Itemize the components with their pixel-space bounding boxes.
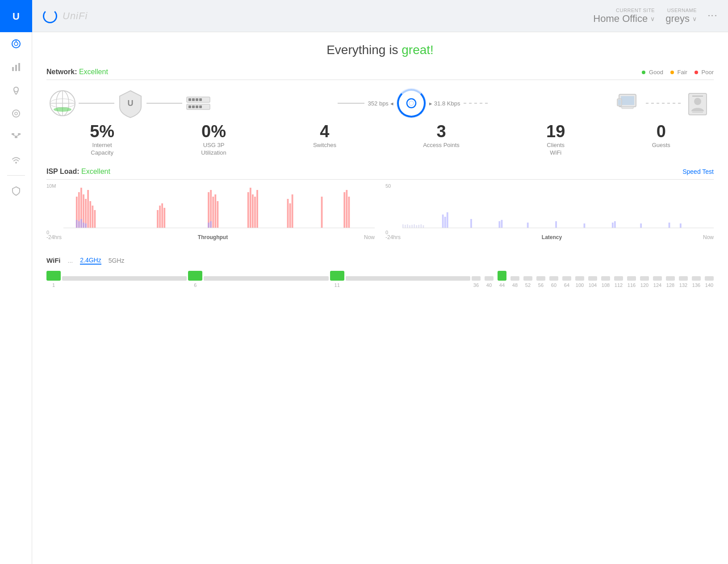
svg-rect-106: [423, 225, 424, 228]
current-site-label: CURRENT SITE: [593, 8, 655, 13]
svg-rect-69: [210, 221, 212, 228]
download-speed: ▸ 31.8 Kbps: [429, 100, 460, 107]
ch-label-60: 60: [549, 282, 558, 288]
svg-line-14: [13, 135, 16, 136]
clients-node: [614, 87, 646, 119]
ch-label-6: 6: [188, 282, 202, 288]
ch-label-52: 52: [523, 282, 532, 288]
channel-52-bar: [523, 276, 532, 281]
channel-64-bar: [562, 276, 571, 281]
svg-rect-32: [196, 105, 198, 108]
wifi-band-5[interactable]: 5GHz: [109, 257, 125, 264]
stat-label: Guests: [652, 142, 670, 149]
sidebar-item-topology[interactable]: [6, 127, 26, 147]
sidebar-item-stats[interactable]: [6, 57, 26, 77]
svg-rect-6: [15, 65, 17, 71]
stat-label: Access Points: [423, 142, 460, 149]
throughput-x-end: Now: [364, 234, 375, 240]
svg-rect-96: [680, 223, 682, 228]
legend-fair: Fair: [670, 69, 687, 76]
isp-title: ISP Load: Excellent: [46, 168, 110, 176]
username-value: greys ∨: [665, 13, 697, 25]
network-status: Excellent: [79, 68, 108, 76]
legend-poor: Poor: [695, 69, 714, 76]
svg-rect-37: [621, 96, 634, 105]
sidebar-item-map[interactable]: [6, 80, 26, 100]
svg-rect-80: [346, 190, 347, 228]
wifi-header: WiFi ... 2.4GHz 5GHz: [46, 257, 714, 265]
svg-rect-72: [252, 194, 254, 228]
latency-title: Latency: [542, 234, 562, 240]
wifi-band-24[interactable]: 2.4GHz: [80, 257, 101, 265]
svg-rect-40: [618, 100, 621, 105]
latency-svg: [385, 183, 714, 232]
channel-60-bar: [549, 276, 558, 281]
throughput-chart: 10M 0: [46, 183, 375, 246]
topnav-right: CURRENT SITE Home Office ∨ USERNAME grey…: [593, 8, 717, 25]
svg-rect-65: [212, 197, 214, 228]
svg-line-15: [16, 135, 19, 136]
throughput-y-max: 10M: [46, 183, 56, 189]
latency-chart-labels: -24hrs Latency Now: [385, 234, 714, 240]
upload-speed: 352 bps ◂: [368, 100, 393, 107]
speed-test-link[interactable]: Speed Test: [682, 168, 714, 175]
svg-rect-31: [192, 105, 195, 108]
throughput-title: Throughput: [198, 234, 228, 240]
svg-rect-38: [622, 107, 633, 109]
page-title: Everything is great!: [46, 43, 714, 57]
current-site-selector[interactable]: CURRENT SITE Home Office ∨: [593, 8, 655, 25]
sidebar-item-security[interactable]: [6, 181, 26, 201]
app-name: UniFi: [63, 10, 88, 22]
channel-44-bar: [498, 271, 506, 281]
sidebar: U: [0, 0, 32, 564]
username-label: USERNAME: [665, 8, 697, 13]
svg-rect-30: [188, 105, 191, 108]
svg-rect-53: [94, 210, 96, 228]
svg-rect-57: [83, 223, 84, 228]
site-chevron-icon: ∨: [650, 15, 655, 22]
stat-switches[interactable]: 4 Switches: [313, 123, 336, 149]
svg-rect-33: [199, 105, 202, 108]
channel-140-bar: [705, 276, 714, 281]
svg-rect-7: [18, 63, 20, 71]
stat-label: ClientsWiFi: [547, 142, 565, 157]
svg-rect-61: [161, 203, 163, 228]
topo-line-1: [79, 103, 114, 104]
sidebar-item-dashboard[interactable]: [6, 34, 26, 54]
channel-gap-1: [62, 276, 187, 281]
username-selector[interactable]: USERNAME greys ∨: [665, 8, 697, 25]
network-topology: U: [46, 87, 714, 119]
svg-rect-71: [250, 188, 251, 228]
svg-point-35: [409, 101, 414, 105]
ch-label-48: 48: [510, 282, 519, 288]
ch-label-1: 1: [46, 282, 61, 288]
sidebar-item-wifi[interactable]: [6, 150, 26, 170]
throughput-svg: [46, 183, 375, 232]
throughput-y-min: 0: [46, 230, 49, 235]
svg-rect-28: [196, 98, 198, 101]
svg-rect-85: [447, 212, 448, 228]
svg-rect-67: [217, 201, 218, 228]
channel-40-bar: [485, 276, 494, 281]
more-options-button[interactable]: ⋮: [707, 11, 717, 21]
svg-rect-101: [411, 225, 413, 228]
stat-usg-utilization: 0% USG 3PUtilization: [201, 123, 226, 157]
wifi-section: WiFi ... 2.4GHz 5GHz: [46, 257, 714, 288]
svg-rect-12: [15, 136, 17, 138]
topo-line-5: [646, 103, 682, 104]
stat-number: 0: [657, 123, 666, 140]
ch-label-36: 36: [472, 282, 481, 288]
sidebar-item-devices[interactable]: [6, 104, 26, 123]
svg-rect-89: [527, 223, 529, 228]
sidebar-logo[interactable]: U: [0, 0, 32, 32]
fair-dot: [670, 71, 674, 74]
usg-node: U: [114, 87, 146, 119]
svg-rect-79: [343, 192, 345, 228]
ch-label-104: 104: [588, 282, 597, 288]
svg-rect-26: [188, 98, 191, 101]
svg-rect-97: [402, 224, 404, 228]
stat-number: 0%: [201, 123, 226, 140]
latency-y-min: 0: [385, 230, 388, 235]
stat-label: InternetCapacity: [91, 142, 113, 157]
stat-access-points[interactable]: 3 Access Points: [423, 123, 460, 149]
